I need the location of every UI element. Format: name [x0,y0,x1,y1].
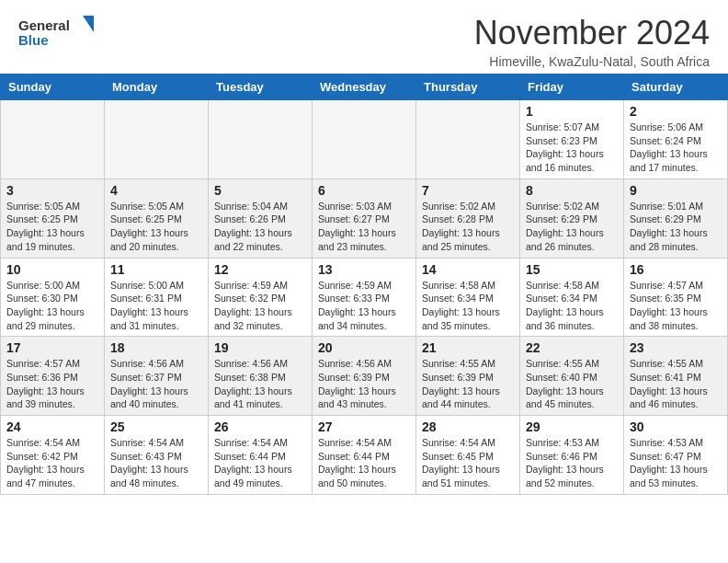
calendar-day-cell: 18 Sunrise: 4:56 AM Sunset: 6:37 PM Dayl… [105,337,209,416]
day-info: Sunrise: 4:55 AM Sunset: 6:40 PM Dayligh… [526,357,618,411]
location: Himeville, KwaZulu-Natal, South Africa [474,54,710,69]
day-info: Sunrise: 4:58 AM Sunset: 6:34 PM Dayligh… [526,279,618,333]
sunset: Sunset: 6:39 PM [318,372,390,383]
day-info: Sunrise: 4:55 AM Sunset: 6:41 PM Dayligh… [630,357,722,411]
daylight: Daylight: 13 hours and 43 minutes. [318,385,396,410]
sunset: Sunset: 6:28 PM [422,213,494,224]
calendar-week-row: 1 Sunrise: 5:07 AM Sunset: 6:23 PM Dayli… [1,100,728,179]
day-info: Sunrise: 4:54 AM Sunset: 6:44 PM Dayligh… [214,436,306,490]
sunset: Sunset: 6:30 PM [6,293,78,304]
day-info: Sunrise: 4:56 AM Sunset: 6:39 PM Dayligh… [318,357,410,411]
sunset: Sunset: 6:32 PM [214,293,286,304]
day-info: Sunrise: 4:55 AM Sunset: 6:39 PM Dayligh… [422,357,514,411]
logo-svg: General Blue [18,14,101,51]
day-info: Sunrise: 4:53 AM Sunset: 6:46 PM Dayligh… [526,436,618,490]
daylight: Daylight: 13 hours and 39 minutes. [6,385,85,410]
day-number: 11 [110,262,202,277]
daylight: Daylight: 13 hours and 41 minutes. [214,385,292,410]
daylight: Daylight: 13 hours and 28 minutes. [630,227,708,252]
sunrise: Sunrise: 4:54 AM [214,437,288,448]
day-number: 19 [214,340,306,355]
calendar-day-cell: 15 Sunrise: 4:58 AM Sunset: 6:34 PM Dayl… [520,258,624,337]
sunrise: Sunrise: 4:54 AM [318,437,392,448]
day-info: Sunrise: 4:58 AM Sunset: 6:34 PM Dayligh… [422,279,514,333]
calendar-day-cell: 24 Sunrise: 4:54 AM Sunset: 6:42 PM Dayl… [1,416,105,495]
day-info: Sunrise: 4:59 AM Sunset: 6:33 PM Dayligh… [318,279,410,333]
calendar-day-cell: 6 Sunrise: 5:03 AM Sunset: 6:27 PM Dayli… [313,178,416,258]
day-number: 20 [318,340,410,355]
daylight: Daylight: 13 hours and 36 minutes. [526,306,604,331]
daylight: Daylight: 13 hours and 23 minutes. [318,227,396,252]
sunset: Sunset: 6:34 PM [422,293,494,304]
sunrise: Sunrise: 5:05 AM [6,201,80,212]
calendar-day-cell: 29 Sunrise: 4:53 AM Sunset: 6:46 PM Dayl… [520,416,624,495]
day-number: 26 [214,419,306,434]
daylight: Daylight: 13 hours and 35 minutes. [422,306,500,331]
daylight: Daylight: 13 hours and 48 minutes. [110,464,188,488]
calendar-day-cell: 2 Sunrise: 5:06 AM Sunset: 6:24 PM Dayli… [624,100,728,179]
daylight: Daylight: 13 hours and 44 minutes. [422,385,500,410]
calendar-day-cell: 5 Sunrise: 5:04 AM Sunset: 6:26 PM Dayli… [209,178,313,258]
calendar-day-cell: 21 Sunrise: 4:55 AM Sunset: 6:39 PM Dayl… [416,337,520,416]
daylight: Daylight: 13 hours and 50 minutes. [318,464,396,488]
day-number: 16 [630,262,722,277]
calendar-day-cell: 13 Sunrise: 4:59 AM Sunset: 6:33 PM Dayl… [313,258,416,337]
day-number: 24 [6,419,98,434]
calendar-week-row: 3 Sunrise: 5:05 AM Sunset: 6:25 PM Dayli… [1,178,728,258]
sunrise: Sunrise: 4:56 AM [214,358,288,369]
sunset: Sunset: 6:38 PM [214,372,286,383]
sunset: Sunset: 6:26 PM [214,213,286,224]
calendar-day-cell [416,100,520,179]
sunset: Sunset: 6:25 PM [6,213,78,224]
header-tuesday: Tuesday [209,75,313,100]
sunset: Sunset: 6:35 PM [630,293,701,304]
calendar-day-cell: 10 Sunrise: 5:00 AM Sunset: 6:30 PM Dayl… [1,258,105,337]
day-number: 28 [422,419,514,434]
daylight: Daylight: 13 hours and 32 minutes. [214,306,292,331]
daylight: Daylight: 13 hours and 40 minutes. [110,385,188,410]
sunset: Sunset: 6:40 PM [526,372,597,383]
sunrise: Sunrise: 4:55 AM [630,358,703,369]
daylight: Daylight: 13 hours and 53 minutes. [630,464,708,488]
sunset: Sunset: 6:43 PM [110,451,182,462]
day-number: 15 [526,262,618,277]
sunset: Sunset: 6:47 PM [630,451,701,462]
daylight: Daylight: 13 hours and 52 minutes. [526,464,604,488]
month-title: November 2024 [474,14,710,52]
sunrise: Sunrise: 5:00 AM [110,280,184,291]
daylight: Daylight: 13 hours and 29 minutes. [6,306,85,331]
calendar-day-cell: 1 Sunrise: 5:07 AM Sunset: 6:23 PM Dayli… [520,100,624,179]
logo: General Blue [18,14,101,51]
calendar-day-cell: 28 Sunrise: 4:54 AM Sunset: 6:45 PM Dayl… [416,416,520,495]
sunset: Sunset: 6:34 PM [526,293,597,304]
sunrise: Sunrise: 4:56 AM [318,358,392,369]
sunset: Sunset: 6:31 PM [110,293,182,304]
day-info: Sunrise: 4:57 AM Sunset: 6:35 PM Dayligh… [630,279,722,333]
day-info: Sunrise: 5:00 AM Sunset: 6:31 PM Dayligh… [110,279,202,333]
calendar-day-cell: 12 Sunrise: 4:59 AM Sunset: 6:32 PM Dayl… [209,258,313,337]
calendar-day-cell: 23 Sunrise: 4:55 AM Sunset: 6:41 PM Dayl… [624,337,728,416]
page-container: General Blue November 2024 Himeville, Kw… [0,0,728,495]
day-number: 3 [6,183,98,198]
day-number: 9 [630,183,722,198]
day-info: Sunrise: 5:02 AM Sunset: 6:28 PM Dayligh… [422,200,514,254]
day-info: Sunrise: 4:54 AM Sunset: 6:43 PM Dayligh… [110,436,202,490]
day-info: Sunrise: 4:54 AM Sunset: 6:42 PM Dayligh… [6,436,98,490]
day-info: Sunrise: 5:01 AM Sunset: 6:29 PM Dayligh… [630,200,722,254]
daylight: Daylight: 13 hours and 22 minutes. [214,227,292,252]
day-info: Sunrise: 5:03 AM Sunset: 6:27 PM Dayligh… [318,200,410,254]
calendar-day-cell: 4 Sunrise: 5:05 AM Sunset: 6:25 PM Dayli… [105,178,209,258]
calendar-day-cell: 16 Sunrise: 4:57 AM Sunset: 6:35 PM Dayl… [624,258,728,337]
sunrise: Sunrise: 5:05 AM [110,201,184,212]
sunset: Sunset: 6:23 PM [526,135,597,146]
day-number: 2 [630,104,722,119]
header-monday: Monday [105,75,209,100]
daylight: Daylight: 13 hours and 38 minutes. [630,306,708,331]
daylight: Daylight: 13 hours and 25 minutes. [422,227,500,252]
calendar-day-cell: 20 Sunrise: 4:56 AM Sunset: 6:39 PM Dayl… [313,337,416,416]
sunrise: Sunrise: 4:57 AM [6,358,80,369]
svg-marker-2 [83,16,94,32]
sunrise: Sunrise: 4:59 AM [318,280,392,291]
sunrise: Sunrise: 5:00 AM [6,280,80,291]
calendar-day-cell: 9 Sunrise: 5:01 AM Sunset: 6:29 PM Dayli… [624,178,728,258]
